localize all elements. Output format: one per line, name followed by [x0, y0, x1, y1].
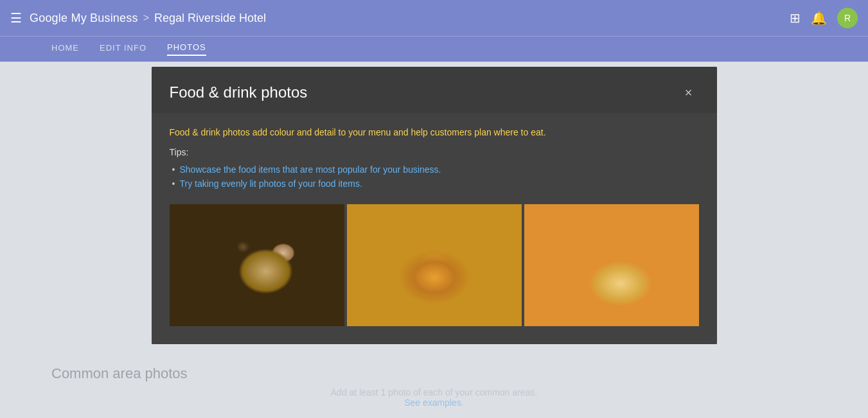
modal-description: Food & drink photos add colour and detai…: [170, 126, 699, 139]
hamburger-icon[interactable]: ☰: [10, 10, 22, 26]
top-bar-left: ☰ Google My Business > Regal Riverside H…: [10, 10, 790, 26]
top-navigation-bar: ☰ Google My Business > Regal Riverside H…: [0, 0, 868, 36]
main-content: Food & drink photos × Food & drink photo…: [0, 62, 868, 418]
breadcrumb-separator: >: [143, 12, 149, 24]
food-photo-2[interactable]: [347, 204, 522, 326]
sub-navigation: HOME EDIT INFO PHOTOS: [0, 36, 868, 62]
modal-header: Food & drink photos ×: [152, 67, 717, 113]
food-drink-photos-modal: Food & drink photos × Food & drink photo…: [152, 67, 717, 344]
modal-title: Food & drink photos: [170, 83, 308, 101]
food-photo-3[interactable]: [524, 204, 699, 326]
top-bar-right: ⊞ 🔔 R: [790, 8, 858, 28]
breadcrumb-business-name[interactable]: Regal Riverside Hotel: [154, 12, 266, 25]
nav-item-home[interactable]: HOME: [51, 43, 79, 55]
tip-item-2: Try taking evenly lit photos of your foo…: [170, 177, 699, 191]
modal-body: Food & drink photos add colour and detai…: [152, 113, 717, 344]
nav-item-edit-info[interactable]: EDIT INFO: [100, 43, 146, 55]
tips-list: Showcase the food items that are most po…: [170, 162, 699, 191]
notification-bell-icon[interactable]: 🔔: [811, 10, 827, 26]
breadcrumb: Google My Business > Regal Riverside Hot…: [30, 12, 266, 25]
tip-item-1: Showcase the food items that are most po…: [170, 162, 699, 177]
photo-grid: [170, 204, 699, 326]
modal-close-button[interactable]: ×: [678, 82, 699, 103]
nav-item-photos[interactable]: PHOTOS: [167, 42, 206, 56]
food-photo-1[interactable]: [170, 204, 344, 326]
avatar[interactable]: R: [837, 8, 858, 28]
tips-label: Tips:: [170, 147, 699, 157]
breadcrumb-app-name[interactable]: Google My Business: [30, 12, 138, 25]
grid-icon[interactable]: ⊞: [790, 10, 801, 26]
